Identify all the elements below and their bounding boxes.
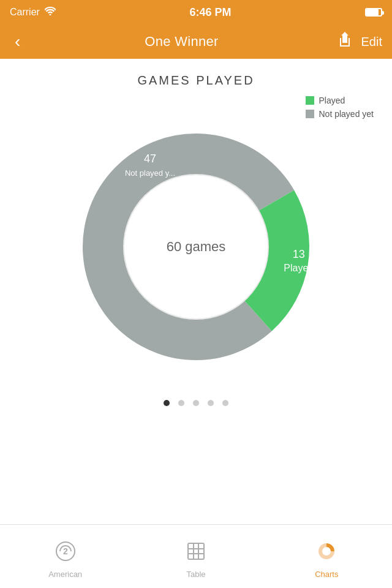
tab-american-label: American [48,570,82,579]
legend-played-label: Played [319,96,345,105]
svg-text:Played: Played [284,263,314,273]
carrier-label: Carrier [10,7,40,18]
tab-table-label: Table [186,570,205,579]
page-dot-5 [222,400,228,406]
svg-rect-11 [188,543,204,559]
status-left: Carrier [10,7,56,18]
svg-text:47: 47 [144,153,156,165]
svg-text:2: 2 [63,546,68,556]
table-icon [186,541,206,566]
status-bar: Carrier 6:46 PM [0,0,392,24]
charts-icon [316,541,337,566]
page-dot-4 [208,400,214,406]
games-count: 60 games [167,239,226,254]
tab-bar: 2 American Table C [0,524,392,588]
svg-point-16 [322,547,331,556]
battery-icon [365,8,382,17]
nav-bar: ‹ One Winner Edit [0,24,392,59]
chart-center-text: 60 games [167,239,226,255]
page-dot-3 [193,400,199,406]
chart-legend: Played Not played yet [306,96,374,119]
page-dot-2 [178,400,184,406]
nav-title: One Winner [145,34,218,50]
main-content: GAMES PLAYED Played Not played yet [0,59,392,524]
svg-rect-1 [306,110,314,118]
status-right [365,8,382,17]
section-title: GAMES PLAYED [137,74,254,88]
edit-button[interactable]: Edit [361,35,382,49]
legend-not-played-label: Not played yet [319,109,374,119]
donut-chart: 13Played47Not played y... 60 games [67,118,325,375]
svg-text:13: 13 [293,248,305,260]
tab-charts[interactable]: Charts [262,535,391,579]
nav-right: Edit [338,32,382,51]
tab-charts-label: Charts [315,570,338,579]
legend-item-played: Played [306,96,374,105]
back-button[interactable]: ‹ [10,29,25,54]
american-icon: 2 [55,541,76,566]
tab-american[interactable]: 2 American [1,535,130,579]
wifi-icon [45,7,56,18]
share-button[interactable] [338,32,352,51]
svg-rect-0 [306,96,314,105]
legend-item-not-played: Not played yet [306,109,374,119]
page-dots [164,400,228,406]
tab-table[interactable]: Table [131,535,260,579]
status-time: 6:46 PM [189,6,231,19]
page-dot-1 [164,400,170,406]
svg-text:Not played y...: Not played y... [125,168,175,178]
